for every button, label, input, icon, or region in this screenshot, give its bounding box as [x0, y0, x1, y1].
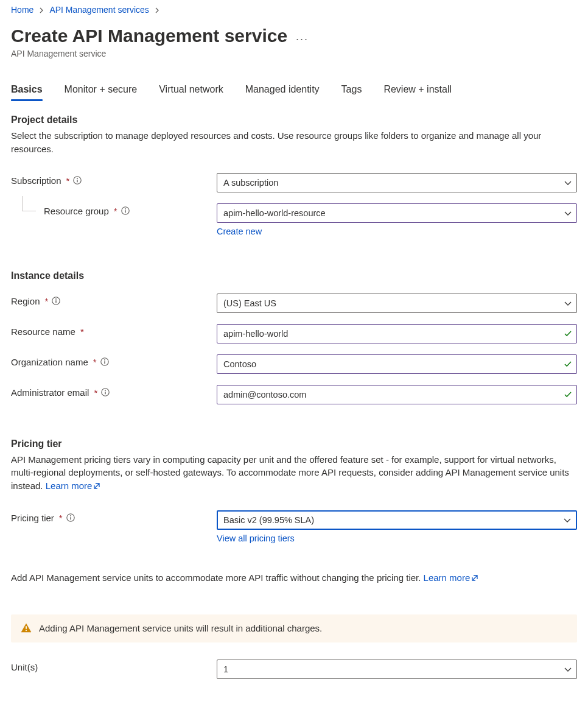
dropdown-value: apim-hello-world-resource [223, 208, 326, 218]
section-desc-project-details: Select the subscription to manage deploy… [11, 129, 577, 156]
resource-group-dropdown[interactable]: apim-hello-world-resource [217, 203, 577, 223]
info-icon[interactable] [100, 357, 109, 366]
region-dropdown[interactable]: (US) East US [217, 294, 577, 313]
external-link-icon [471, 572, 478, 585]
chevron-down-icon [564, 515, 571, 525]
breadcrumb-apim-services[interactable]: API Management services [49, 5, 149, 15]
info-icon[interactable] [66, 513, 75, 522]
warning-icon [21, 623, 32, 634]
dropdown-value: (US) East US [223, 298, 276, 308]
tab-monitor-secure[interactable]: Monitor + secure [65, 80, 138, 101]
input-value: apim-hello-world [223, 329, 288, 339]
learn-more-units-link[interactable]: Learn more [424, 572, 479, 583]
tab-virtual-network[interactable]: Virtual network [159, 80, 223, 101]
input-value: Contoso [223, 359, 256, 369]
chevron-right-icon [155, 5, 159, 15]
input-value: admin@contoso.com [223, 390, 306, 399]
dropdown-value: 1 [223, 664, 228, 674]
dropdown-value: A subscription [223, 178, 278, 188]
label-region: Region* [11, 294, 217, 306]
label-pricing-tier: Pricing tier* [11, 510, 217, 523]
info-icon[interactable] [73, 176, 82, 185]
label-resource-group: Resource group* [11, 203, 217, 216]
chevron-down-icon [564, 178, 572, 188]
pricing-tier-dropdown[interactable]: Basic v2 (99.95% SLA) [217, 510, 577, 530]
units-description: Add API Management service units to acco… [11, 571, 577, 585]
breadcrumb: Home API Management services [11, 5, 577, 15]
admin-email-input[interactable]: admin@contoso.com [217, 385, 577, 404]
section-heading-instance-details: Instance details [11, 270, 577, 281]
check-icon [564, 329, 572, 339]
more-icon[interactable]: ··· [296, 33, 309, 46]
subscription-dropdown[interactable]: A subscription [217, 173, 577, 192]
label-organization-name: Organization name* [11, 354, 217, 367]
label-resource-name: Resource name* [11, 324, 217, 337]
info-icon[interactable] [101, 388, 110, 396]
chevron-down-icon [564, 298, 572, 308]
page-title: Create API Management service [11, 26, 287, 46]
create-new-link[interactable]: Create new [217, 227, 262, 236]
chevron-right-icon [40, 5, 44, 15]
tab-managed-identity[interactable]: Managed identity [245, 80, 320, 101]
learn-more-link[interactable]: Learn more [46, 480, 101, 491]
section-heading-project-details: Project details [11, 114, 577, 125]
tab-bar: Basics Monitor + secure Virtual network … [11, 80, 577, 101]
resource-name-input[interactable]: apim-hello-world [217, 324, 577, 343]
info-icon[interactable] [52, 297, 60, 305]
warning-banner: Adding API Management service units will… [11, 614, 577, 642]
label-subscription: Subscription* [11, 173, 217, 186]
units-dropdown[interactable]: 1 [217, 660, 577, 679]
dropdown-value: Basic v2 (99.95% SLA) [223, 515, 314, 525]
organization-name-input[interactable]: Contoso [217, 354, 577, 374]
label-admin-email: Administrator email* [11, 385, 217, 398]
label-units: Unit(s) [11, 660, 217, 672]
section-desc-pricing-tier: API Management pricing tiers vary in com… [11, 453, 577, 493]
breadcrumb-home[interactable]: Home [11, 5, 33, 15]
warning-text: Adding API Management service units will… [39, 623, 322, 633]
external-link-icon [93, 480, 100, 493]
info-icon[interactable] [121, 206, 130, 215]
tab-tags[interactable]: Tags [341, 80, 362, 101]
tab-basics[interactable]: Basics [11, 80, 43, 101]
chevron-down-icon [564, 208, 572, 218]
page-subtitle: API Management service [11, 49, 577, 58]
chevron-down-icon [564, 664, 572, 674]
check-icon [564, 390, 572, 399]
section-heading-pricing-tier: Pricing tier [11, 438, 577, 449]
tab-review-install[interactable]: Review + install [383, 80, 452, 101]
view-all-pricing-tiers-link[interactable]: View all pricing tiers [217, 533, 295, 543]
check-icon [564, 359, 572, 369]
